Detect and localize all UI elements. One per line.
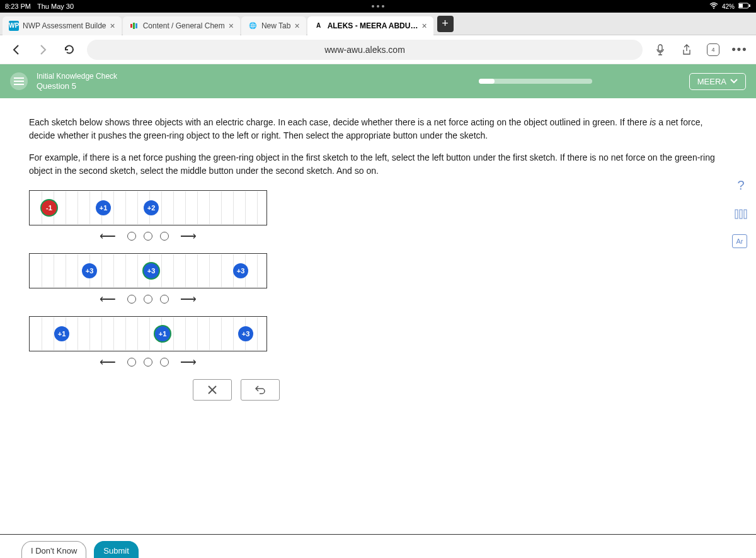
favicon-wp: WP <box>9 21 19 31</box>
question-instructions: Each sketch below shows three objects wi… <box>29 116 727 178</box>
reload-button[interactable] <box>60 41 78 59</box>
charge-object: +1 <box>96 200 111 215</box>
more-icon[interactable]: ••• <box>731 41 748 59</box>
charge-object: +1 <box>54 326 69 341</box>
direction-selector-1: ⟵ ⟶ <box>29 225 267 249</box>
close-icon[interactable]: × <box>229 21 234 31</box>
browser-address-bar: www-awu.aleks.com 4 ••• <box>0 35 756 64</box>
header-title: Initial Knowledge Check <box>37 72 117 81</box>
charge-object: +2 <box>144 200 159 215</box>
progress-bar <box>479 79 592 84</box>
globe-icon: 🌐 <box>248 21 258 31</box>
periodic-table-icon[interactable]: Ar <box>732 234 747 248</box>
force-left-radio[interactable] <box>127 358 136 367</box>
charge-object: +3 <box>82 263 97 278</box>
wifi-icon <box>709 3 718 10</box>
charge-object: -1 <box>42 200 57 215</box>
force-left-radio[interactable] <box>127 232 136 241</box>
arrow-left-icon: ⟵ <box>96 355 120 369</box>
charge-object: +3 <box>238 326 253 341</box>
direction-selector-2: ⟵ ⟶ <box>29 288 267 312</box>
tab-content-chem[interactable]: Content / General Chem × <box>123 16 240 35</box>
sketch-1: -1+1+2 <box>29 190 267 225</box>
charge-object: +3 <box>144 263 159 278</box>
svg-rect-10 <box>735 210 738 219</box>
tab-nwp[interactable]: WP NWP Assessment Builde × <box>3 16 122 35</box>
sketch-3: +1+1+3 <box>29 316 267 351</box>
arrow-right-icon: ⟶ <box>176 292 200 306</box>
close-icon[interactable]: × <box>110 21 115 31</box>
submit-button[interactable]: Submit <box>94 541 138 558</box>
arrow-right-icon: ⟶ <box>176 229 200 243</box>
close-icon[interactable]: × <box>421 21 427 31</box>
svg-rect-4 <box>658 45 662 51</box>
back-button[interactable] <box>8 41 25 59</box>
help-icon[interactable]: ? <box>732 176 750 194</box>
forward-button[interactable] <box>34 41 52 59</box>
force-left-radio[interactable] <box>127 295 136 304</box>
aleks-header: Initial Knowledge Check Question 5 MEERA <box>0 64 756 98</box>
svg-rect-11 <box>740 210 742 219</box>
close-icon[interactable]: × <box>294 21 299 31</box>
arrow-left-icon: ⟵ <box>96 229 120 243</box>
share-icon[interactable] <box>678 41 696 59</box>
charge-object: +3 <box>233 263 248 278</box>
arrow-left-icon: ⟵ <box>96 292 120 306</box>
sketch-2: +3+3+3 <box>29 253 267 288</box>
browser-tab-bar: WP NWP Assessment Builde × Content / Gen… <box>0 13 756 35</box>
favicon-bars <box>129 21 139 31</box>
undo-button[interactable] <box>241 379 280 401</box>
force-none-radio[interactable] <box>144 232 152 241</box>
url-field[interactable]: www-awu.aleks.com <box>87 40 643 60</box>
force-none-radio[interactable] <box>144 295 152 304</box>
arrow-right-icon: ⟶ <box>176 355 200 369</box>
force-right-radio[interactable] <box>160 295 169 304</box>
mic-icon[interactable] <box>651 41 669 59</box>
ipad-status-bar: 8:23 PM Thu May 30 42% <box>0 0 756 13</box>
menu-button[interactable] <box>10 72 28 90</box>
direction-selector-3: ⟵ ⟶ <box>29 351 267 375</box>
ruler-icon[interactable] <box>732 205 750 223</box>
svg-rect-2 <box>739 4 743 8</box>
user-menu[interactable]: MEERA <box>689 73 746 90</box>
force-right-radio[interactable] <box>160 232 169 241</box>
dont-know-button[interactable]: I Don't Know <box>21 541 86 558</box>
tabs-icon[interactable]: 4 <box>704 41 722 59</box>
status-time: 8:23 PM <box>5 3 31 10</box>
tab-newtab[interactable]: 🌐 New Tab × <box>241 16 306 35</box>
svg-rect-12 <box>744 210 747 219</box>
new-tab-button[interactable]: + <box>437 16 454 32</box>
favicon-aleks: A <box>314 21 324 31</box>
battery-icon <box>738 3 751 10</box>
force-none-radio[interactable] <box>144 358 152 367</box>
question-number: Question 5 <box>37 81 117 91</box>
battery-pct: 42% <box>722 3 735 10</box>
force-right-radio[interactable] <box>160 358 169 367</box>
svg-point-0 <box>713 8 714 9</box>
footer-bar: I Don't Know Submit <box>0 534 756 558</box>
svg-rect-3 <box>749 4 750 7</box>
tab-aleks[interactable]: A ALEKS - MEERA ABDULL × <box>307 16 433 35</box>
multitask-dots[interactable] <box>372 5 384 8</box>
charge-object: +1 <box>155 326 170 341</box>
status-date: Thu May 30 <box>37 3 74 10</box>
clear-button[interactable] <box>193 379 232 401</box>
